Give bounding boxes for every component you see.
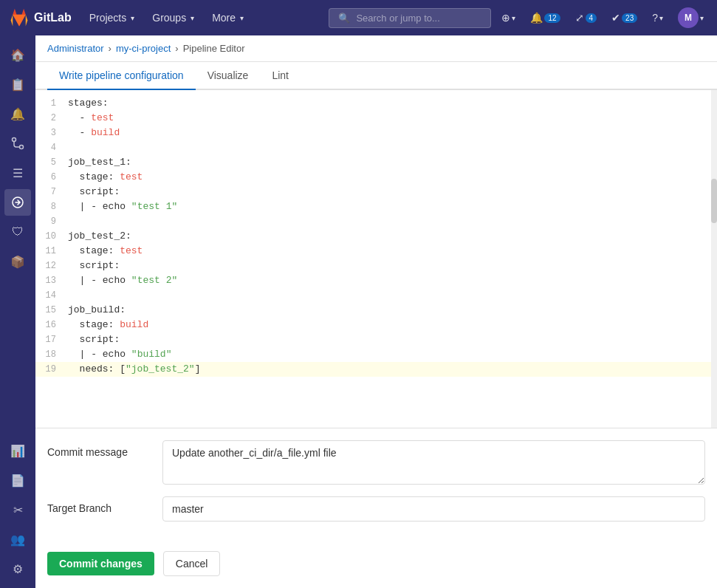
- code-line-4: 4: [35, 140, 717, 155]
- top-navigation: GitLab Projects ▾ Groups ▾ More ▾ 🔍 Sear…: [0, 0, 717, 35]
- avatar: M: [678, 7, 699, 28]
- todos-button[interactable]: ✔ 23: [607, 9, 642, 27]
- code-line-16: 16 stage: build: [35, 318, 717, 332]
- sidebar-item-deploy[interactable]: 📦: [4, 248, 31, 275]
- sidebar-item-members[interactable]: 👥: [4, 526, 31, 553]
- code-line-6: 6 stage: test: [35, 170, 717, 185]
- help-button[interactable]: ? ▾: [648, 9, 668, 27]
- cancel-button[interactable]: Cancel: [163, 551, 221, 576]
- target-branch-input[interactable]: [162, 496, 705, 522]
- code-line-12: 12 script:: [35, 259, 717, 273]
- code-line-1: 1 stages:: [35, 96, 717, 111]
- more-menu[interactable]: More ▾: [206, 9, 250, 27]
- breadcrumb-sep-2: ›: [175, 43, 178, 54]
- notifications-badge: 12: [544, 13, 560, 23]
- code-line-7: 7 script:: [35, 185, 717, 199]
- code-line-18: 18 | - echo "build": [35, 347, 717, 362]
- breadcrumb-current: Pipeline Editor: [183, 43, 245, 54]
- projects-chevron: ▾: [131, 14, 134, 22]
- sidebar-item-analytics[interactable]: 📊: [4, 437, 31, 464]
- tab-write[interactable]: Write pipeline configuration: [47, 62, 196, 90]
- svg-point-0: [13, 138, 16, 142]
- code-editor-area[interactable]: 1 stages: 2 - test 3 - build 4: [35, 90, 717, 428]
- search-bar[interactable]: 🔍 Search or jump to...: [329, 8, 491, 28]
- commit-changes-button[interactable]: Commit changes: [47, 552, 154, 575]
- code-line-5: 5 job_test_1:: [35, 155, 717, 170]
- search-icon: 🔍: [338, 13, 350, 24]
- code-editor[interactable]: 1 stages: 2 - test 3 - build 4: [35, 90, 717, 383]
- target-branch-label: Target Branch: [47, 496, 151, 514]
- plus-chevron: ▾: [512, 14, 515, 22]
- bell-icon: 🔔: [530, 12, 543, 24]
- sidebar-item-activity[interactable]: 📋: [4, 71, 31, 98]
- new-item-button[interactable]: ⊕ ▾: [497, 9, 520, 27]
- left-sidebar: 🏠 📋 🔔 ☰ 🛡 📦 📊 📄 ✂ 👥 ⚙: [0, 35, 35, 588]
- breadcrumb-sep-1: ›: [109, 43, 112, 54]
- groups-menu[interactable]: Groups ▾: [146, 9, 200, 27]
- breadcrumb: Administrator › my-ci-project › Pipeline…: [35, 35, 717, 62]
- commit-message-group: Commit message Update another_ci_dir/a_f…: [47, 440, 705, 485]
- sidebar-item-home[interactable]: 🏠: [4, 41, 31, 68]
- gitlab-logo[interactable]: GitLab: [9, 7, 72, 28]
- code-line-14: 14: [35, 288, 717, 303]
- logo-text: GitLab: [34, 11, 72, 24]
- help-chevron: ▾: [659, 14, 663, 22]
- merge-requests-badge: 4: [586, 13, 597, 23]
- code-line-3: 3 - build: [35, 126, 717, 140]
- check-icon: ✔: [611, 12, 620, 24]
- code-line-15: 15 job_build:: [35, 303, 717, 318]
- target-branch-group: Target Branch: [47, 496, 705, 522]
- merge-requests-button[interactable]: ⤢ 4: [571, 9, 602, 27]
- code-line-2: 2 - test: [35, 111, 717, 126]
- sidebar-item-snippets[interactable]: ✂: [4, 496, 31, 523]
- code-line-19: 19 needs: ["job_test_2"]: [35, 362, 717, 377]
- editor-tabs: Write pipeline configuration Visualize L…: [35, 62, 717, 90]
- commit-message-label: Commit message: [47, 440, 151, 458]
- tab-lint[interactable]: Lint: [260, 62, 301, 90]
- editor-scrollbar[interactable]: [711, 90, 717, 428]
- breadcrumb-admin[interactable]: Administrator: [47, 43, 104, 54]
- tab-visualize[interactable]: Visualize: [196, 62, 261, 90]
- todos-badge: 23: [622, 13, 637, 23]
- projects-menu[interactable]: Projects ▾: [83, 9, 141, 27]
- code-line-13: 13 | - echo "test 2": [35, 273, 717, 288]
- sidebar-item-pipeline[interactable]: [4, 189, 31, 216]
- code-line-8: 8 | - echo "test 1": [35, 199, 717, 214]
- more-chevron: ▾: [240, 14, 244, 22]
- commit-form: Commit message Update another_ci_dir/a_f…: [35, 428, 717, 545]
- sidebar-item-settings[interactable]: ⚙: [4, 555, 31, 582]
- plus-icon: ⊕: [501, 12, 510, 24]
- svg-point-1: [20, 146, 24, 149]
- scrollbar-thumb[interactable]: [711, 179, 717, 223]
- sidebar-item-todo[interactable]: ☰: [4, 160, 31, 186]
- merge-icon: ⤢: [575, 12, 584, 24]
- sidebar-item-merge-requests[interactable]: [4, 130, 31, 157]
- help-icon: ?: [652, 12, 658, 24]
- main-content: Administrator › my-ci-project › Pipeline…: [35, 35, 717, 588]
- code-line-9: 9: [35, 214, 717, 229]
- sidebar-item-wiki[interactable]: 📄: [4, 467, 31, 493]
- code-line-11: 11 stage: test: [35, 244, 717, 259]
- code-line-10: 10 job_test_2:: [35, 229, 717, 244]
- breadcrumb-project[interactable]: my-ci-project: [116, 43, 171, 54]
- action-row: Commit changes Cancel: [35, 545, 717, 588]
- code-line-17: 17 script:: [35, 332, 717, 347]
- notifications-button[interactable]: 🔔 12: [526, 9, 564, 27]
- sidebar-item-security[interactable]: 🛡: [4, 219, 31, 245]
- commit-message-input[interactable]: Update another_ci_dir/a_file.yml file: [162, 440, 705, 485]
- user-menu[interactable]: M ▾: [673, 4, 708, 31]
- sidebar-item-issues[interactable]: 🔔: [4, 100, 31, 127]
- groups-chevron: ▾: [191, 14, 194, 22]
- user-chevron: ▾: [700, 14, 704, 22]
